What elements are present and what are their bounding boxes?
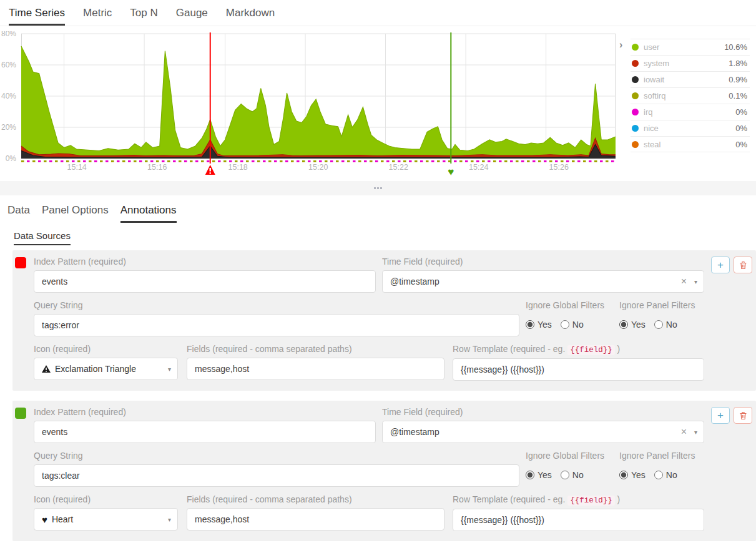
radio-label: Yes — [631, 320, 646, 330]
legend-item-system[interactable]: system 1.8% — [631, 55, 750, 71]
row-template-label-suffix: ) — [615, 494, 621, 504]
ignore-panel-yes-radio[interactable]: Yes — [619, 320, 646, 330]
annotation-card-clear: Index Pattern (required) Time Field (req… — [12, 401, 756, 541]
query-string-label: Query String — [34, 300, 519, 310]
tab-data-sources[interactable]: Data Sources — [14, 230, 71, 245]
legend-collapse-icon[interactable]: › — [619, 40, 622, 50]
legend-item-irq[interactable]: irq 0% — [631, 104, 750, 120]
series-value: 0.1% — [729, 91, 750, 100]
index-pattern-label: Index Pattern (required) — [34, 257, 376, 267]
index-pattern-input[interactable] — [34, 421, 376, 443]
chevron-down-icon[interactable]: ▾ — [694, 278, 697, 285]
tab-panel-options[interactable]: Panel Options — [42, 204, 109, 223]
row-template-code-sample: {{field}} — [567, 345, 615, 355]
radio-label: No — [572, 470, 584, 480]
svg-text:0%: 0% — [6, 154, 17, 163]
series-name: system — [644, 59, 669, 68]
chart-legend: › user 10.6% system 1.8% iowait 0.9% sof… — [616, 31, 756, 181]
row-template-input[interactable] — [453, 509, 704, 531]
clear-icon[interactable]: × — [681, 276, 687, 287]
tsvb-area-chart[interactable]: 0%20%40%60%80%15:1415:1615:1815:2015:221… — [0, 31, 616, 179]
row-template-label: Row Template (required - eg. {{field}} ) — [453, 344, 704, 355]
panel-resize-handle[interactable] — [0, 181, 756, 195]
annotations-subtabs: Data Sources — [0, 223, 756, 245]
radio-label: No — [666, 470, 677, 480]
chevron-down-icon: ▾ — [168, 366, 171, 373]
time-field-combobox[interactable]: @timestamp × ▾ — [382, 270, 704, 293]
legend-item-iowait[interactable]: iowait 0.9% — [631, 71, 750, 87]
add-annotation-button[interactable]: + — [711, 407, 730, 424]
fields-label: Fields (required - comma separated paths… — [187, 344, 444, 354]
legend-item-softirq[interactable]: softirq 0.1% — [631, 87, 750, 104]
svg-text:20%: 20% — [1, 123, 16, 132]
series-color-dot — [632, 92, 639, 99]
series-color-dot — [632, 125, 639, 132]
svg-text:80%: 80% — [1, 31, 16, 38]
time-field-value: @timestamp — [390, 427, 681, 437]
radio-label: Yes — [631, 470, 646, 480]
ignore-global-yes-radio[interactable]: Yes — [526, 470, 552, 480]
tab-markdown[interactable]: Markdown — [226, 7, 275, 26]
icon-label: Icon (required) — [34, 494, 178, 504]
visualization-type-tabs: Time Series Metric Top N Gauge Markdown — [0, 0, 756, 26]
query-string-label: Query String — [34, 451, 519, 461]
row-template-input[interactable] — [453, 358, 704, 381]
row-template-code-sample: {{field}} — [567, 496, 615, 506]
legend-item-user[interactable]: user 10.6% — [631, 39, 750, 55]
annotation-color-swatch[interactable] — [15, 257, 26, 268]
ignore-panel-no-radio[interactable]: No — [654, 470, 677, 480]
series-value: 10.6% — [724, 42, 750, 52]
ignore-panel-filters-label: Ignore Panel Filters — [619, 451, 707, 461]
radio-label: No — [572, 320, 584, 330]
heart-icon: ♥ — [42, 515, 47, 524]
add-annotation-button[interactable]: + — [711, 257, 730, 273]
exclamation-triangle-icon — [42, 365, 51, 373]
ignore-panel-yes-radio[interactable]: Yes — [619, 470, 646, 480]
radio-label: No — [666, 320, 677, 330]
tab-annotations[interactable]: Annotations — [120, 204, 177, 223]
fields-input[interactable] — [187, 358, 444, 380]
chevron-down-icon[interactable]: ▾ — [694, 429, 697, 436]
series-name: nice — [644, 124, 659, 133]
tab-data[interactable]: Data — [7, 204, 30, 223]
series-color-dot — [632, 141, 639, 148]
series-color-dot — [632, 60, 639, 67]
radio-label: Yes — [538, 320, 552, 330]
icon-select[interactable]: ♥ Heart ▾ — [34, 508, 178, 531]
legend-item-steal[interactable]: steal 0% — [631, 136, 750, 152]
annotation-data-sources: Index Pattern (required) Time Field (req… — [0, 245, 756, 541]
annotation-card-error: Index Pattern (required) Time Field (req… — [12, 250, 756, 391]
svg-text:15:20: 15:20 — [308, 163, 328, 172]
time-field-combobox[interactable]: @timestamp × ▾ — [382, 421, 704, 443]
tab-metric[interactable]: Metric — [83, 7, 112, 26]
radio-label: Yes — [538, 470, 552, 480]
ignore-global-yes-radio[interactable]: Yes — [526, 320, 552, 330]
icon-select[interactable]: Exclamation Triangle ▾ — [34, 358, 178, 380]
ignore-panel-no-radio[interactable]: No — [654, 320, 677, 330]
svg-text:♥: ♥ — [448, 166, 454, 178]
delete-annotation-button[interactable] — [734, 257, 752, 273]
ignore-global-filters-label: Ignore Global Filters — [526, 300, 614, 310]
ignore-global-no-radio[interactable]: No — [561, 470, 584, 480]
fields-label: Fields (required - comma separated paths… — [187, 494, 444, 504]
icon-select-value: Exclamation Triangle — [55, 364, 164, 374]
ignore-global-filters-label: Ignore Global Filters — [526, 451, 614, 461]
query-string-input[interactable] — [34, 314, 519, 336]
query-string-input[interactable] — [34, 464, 519, 487]
ignore-panel-filters-label: Ignore Panel Filters — [619, 300, 707, 310]
series-name: user — [644, 42, 659, 52]
tab-time-series[interactable]: Time Series — [9, 7, 65, 26]
tab-gauge[interactable]: Gauge — [176, 7, 208, 26]
index-pattern-label: Index Pattern (required) — [34, 407, 376, 417]
svg-text:15:18: 15:18 — [228, 163, 248, 172]
tab-top-n[interactable]: Top N — [130, 7, 157, 26]
delete-annotation-button[interactable] — [734, 407, 752, 424]
row-template-label-text: Row Template (required - eg. — [453, 494, 567, 504]
annotation-color-swatch[interactable] — [15, 408, 26, 419]
ignore-global-no-radio[interactable]: No — [561, 320, 584, 330]
index-pattern-input[interactable] — [34, 270, 376, 293]
fields-input[interactable] — [187, 508, 444, 531]
svg-text:15:22: 15:22 — [389, 163, 408, 172]
legend-item-nice[interactable]: nice 0% — [631, 120, 750, 136]
clear-icon[interactable]: × — [681, 426, 687, 438]
